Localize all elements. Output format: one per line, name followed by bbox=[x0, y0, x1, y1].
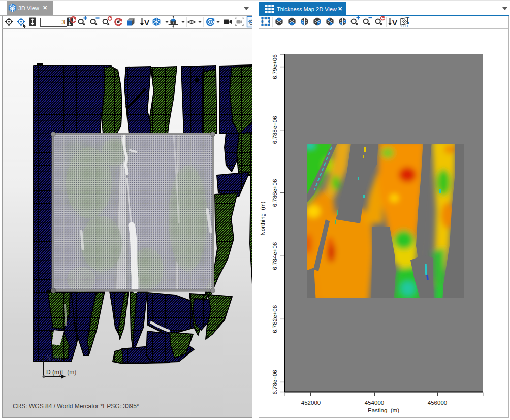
svg-text:454000: 454000 bbox=[365, 400, 384, 406]
svg-text:6.784e+06: 6.784e+06 bbox=[272, 242, 278, 270]
svg-text:V: V bbox=[392, 18, 397, 27]
svg-text:6.78e+06: 6.78e+06 bbox=[272, 370, 278, 394]
svg-text:V: V bbox=[144, 18, 149, 27]
svg-text:452000: 452000 bbox=[301, 400, 321, 406]
svg-text:E (m): E (m) bbox=[61, 369, 76, 376]
svg-text:6.788e+06: 6.788e+06 bbox=[272, 116, 278, 144]
svg-text:6.786e+06: 6.786e+06 bbox=[272, 179, 278, 207]
svg-text:456000: 456000 bbox=[428, 400, 447, 406]
svg-text:D (m): D (m) bbox=[46, 369, 61, 376]
svg-text:6.79e+06: 6.79e+06 bbox=[272, 54, 278, 79]
svg-text:N (m): N (m) bbox=[46, 354, 61, 361]
svg-text:6.782e+06: 6.782e+06 bbox=[272, 305, 278, 333]
svg-text:Northing (m): Northing (m) bbox=[260, 201, 266, 235]
svg-text:Easting (m): Easting (m) bbox=[368, 407, 399, 413]
